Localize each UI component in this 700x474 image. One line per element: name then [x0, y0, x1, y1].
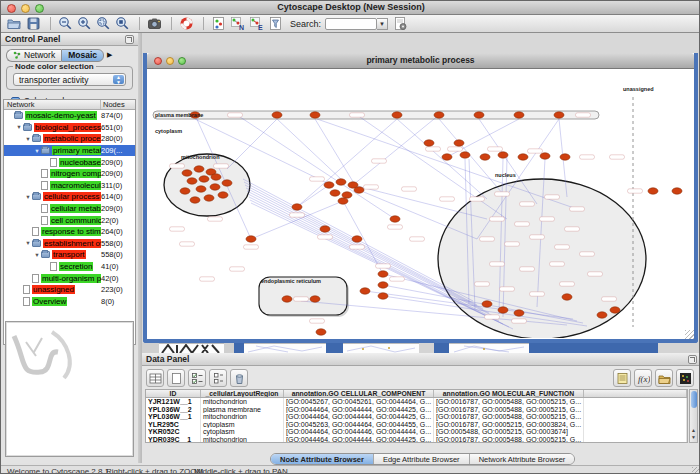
tree-expand-icon[interactable]: ▼ — [15, 124, 23, 130]
graph-node[interactable] — [354, 187, 364, 193]
tab-overflow-arrow[interactable]: ▶ — [107, 51, 112, 59]
save-session-icon[interactable] — [25, 16, 42, 32]
graph-node[interactable] — [597, 312, 607, 318]
table-row[interactable]: YLR295Ccytoplasm[GO:0045263, GO:0044464,… — [146, 421, 687, 429]
graph-node[interactable] — [672, 188, 682, 194]
open-attributes-icon[interactable] — [655, 369, 673, 387]
table-row[interactable]: YPL036W__1mitochondrion[GO:0044464, GO:0… — [146, 413, 687, 421]
graph-node[interactable] — [222, 180, 232, 186]
zoom-fit-icon[interactable] — [114, 16, 131, 32]
tree-expand-icon[interactable]: ▼ — [33, 252, 41, 258]
column-id[interactable]: ID — [146, 390, 201, 397]
graph-node[interactable] — [316, 329, 326, 335]
background-window-edge[interactable] — [529, 343, 658, 353]
tab-network[interactable]: Network — [6, 49, 61, 62]
graph-node[interactable] — [434, 112, 444, 118]
birds-eye-view[interactable] — [5, 321, 134, 457]
app-resize-grip[interactable] — [692, 467, 700, 474]
delete-attribute-icon[interactable] — [230, 369, 248, 387]
tree-row[interactable]: response to stimulus264(0) — [4, 226, 135, 238]
scrollbar-thumb[interactable] — [691, 391, 697, 408]
graph-node[interactable] — [498, 307, 508, 313]
open-network-icon[interactable] — [6, 16, 23, 32]
graph-node[interactable] — [648, 188, 658, 194]
graph-node[interactable] — [194, 166, 204, 172]
tree-row[interactable]: cell communication22(0) — [4, 214, 135, 226]
graph-node[interactable] — [460, 152, 470, 158]
graph-node[interactable] — [482, 301, 492, 307]
graph-node[interactable] — [540, 153, 550, 159]
node-attribute-browser-icon[interactable]: N — [229, 16, 246, 32]
graph-node[interactable] — [272, 112, 282, 118]
background-window-edge[interactable] — [326, 343, 343, 353]
graph-node[interactable] — [210, 184, 220, 190]
graph-node[interactable] — [352, 236, 362, 242]
graph-node[interactable] — [211, 174, 221, 180]
tab-edge-attribute-browser[interactable]: Edge Attribute Browser — [374, 454, 470, 464]
graph-node[interactable] — [199, 176, 209, 182]
tree-row[interactable]: secretion41(0) — [4, 261, 135, 273]
graph-node[interactable] — [424, 140, 434, 146]
graph-node[interactable] — [292, 204, 302, 210]
graph-node[interactable] — [474, 112, 484, 118]
graph-node[interactable] — [187, 178, 197, 184]
tree-expand-icon[interactable]: ▼ — [24, 136, 32, 142]
tree-row[interactable]: ▼cellular process614(0) — [4, 191, 135, 203]
matrix-view-icon[interactable] — [676, 369, 694, 387]
graph-node[interactable] — [378, 282, 388, 288]
graph-node[interactable] — [360, 288, 370, 294]
graph-node[interactable] — [498, 152, 508, 158]
graph-node[interactable] — [560, 154, 570, 160]
tree-row[interactable]: ▼primary metabolic p209(... — [4, 145, 135, 157]
float-panel-icon[interactable] — [125, 35, 134, 44]
graph-node[interactable] — [378, 293, 388, 299]
graph-node[interactable] — [562, 294, 572, 300]
search-input[interactable] — [325, 18, 377, 30]
table-row[interactable]: YPL036W__2plasma membrane[GO:0044464, GO… — [146, 406, 687, 414]
zoom-in-icon[interactable] — [76, 16, 93, 32]
graph-node[interactable] — [442, 154, 452, 160]
tree-row[interactable]: nucleobase-contain209(0) — [4, 156, 135, 168]
graph-node[interactable] — [480, 154, 490, 160]
graph-node[interactable] — [514, 310, 524, 316]
edge-attribute-browser-icon[interactable]: E — [248, 16, 265, 32]
graph-node[interactable] — [610, 307, 620, 313]
import-attributes-icon[interactable] — [613, 369, 631, 387]
graph-node[interactable] — [518, 154, 528, 160]
tree-row[interactable]: multi-organism proc42(0) — [4, 272, 135, 284]
graph-node[interactable] — [182, 170, 192, 176]
node-color-dropdown[interactable]: transporter activity ▲▼ — [13, 73, 126, 86]
background-window-edge[interactable] — [434, 343, 449, 353]
scroll-up-icon[interactable]: ▲ — [690, 427, 697, 434]
graph-node[interactable] — [204, 195, 214, 201]
graph-node[interactable] — [342, 192, 352, 198]
network-canvas[interactable]: plasma membranecytoplasmmitochondrionnuc… — [147, 69, 694, 338]
tree-expand-icon[interactable]: ▼ — [24, 194, 32, 200]
vizmapper-icon[interactable] — [210, 16, 227, 32]
graph-node[interactable] — [392, 112, 402, 118]
attribute-table-icon[interactable] — [146, 369, 164, 387]
graph-node[interactable] — [324, 182, 334, 188]
graph-node[interactable] — [196, 186, 206, 192]
table-row[interactable]: YJR121W__1mitochondrion[GO:0045267, GO:0… — [146, 398, 687, 406]
graph-node[interactable] — [378, 271, 388, 277]
background-window-edge[interactable] — [234, 343, 244, 353]
tree-row[interactable]: ▼biological_process651(0) — [4, 122, 135, 134]
column-cellular-layout-region[interactable]: _cellularLayoutRegion — [201, 390, 284, 397]
tree-column-nodes[interactable]: Nodes — [101, 100, 135, 109]
help-icon[interactable] — [178, 16, 195, 32]
table-row[interactable]: YKR052Ccytoplasm[GO:0044464, GO:0044446,… — [146, 428, 687, 436]
tree-row[interactable]: macromolecule met311(0) — [4, 180, 135, 192]
float-data-panel-icon[interactable] — [688, 355, 697, 364]
network-window-titlebar[interactable]: primary metabolic process — [147, 53, 694, 69]
column-go-cellular-component[interactable]: annotation.GO CELLULAR_COMPONENT — [284, 390, 434, 397]
tree-row[interactable]: Overview8(0) — [4, 296, 135, 308]
tree-expand-icon[interactable]: ▼ — [24, 240, 32, 246]
table-scrollbar[interactable]: ▲ ▼ — [689, 389, 698, 443]
graph-node[interactable] — [454, 140, 464, 146]
scroll-down-icon[interactable]: ▼ — [690, 434, 697, 441]
unselect-attributes-icon[interactable] — [209, 369, 227, 387]
table-row[interactable]: YDR039C__1mitochondrion[GO:0044464, GO:0… — [146, 436, 687, 443]
tree-row[interactable]: cellular metabolic209(0) — [4, 203, 135, 215]
graph-node[interactable] — [554, 112, 564, 118]
